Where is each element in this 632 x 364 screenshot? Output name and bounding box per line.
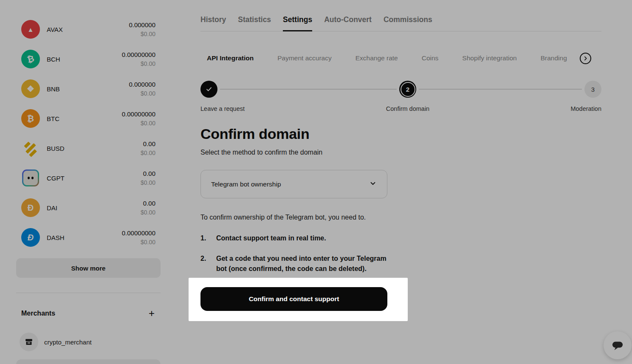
tour-spotlight: Confirm and contact support [189, 278, 408, 321]
confirm-and-contact-support-button[interactable]: Confirm and contact support [200, 287, 387, 311]
